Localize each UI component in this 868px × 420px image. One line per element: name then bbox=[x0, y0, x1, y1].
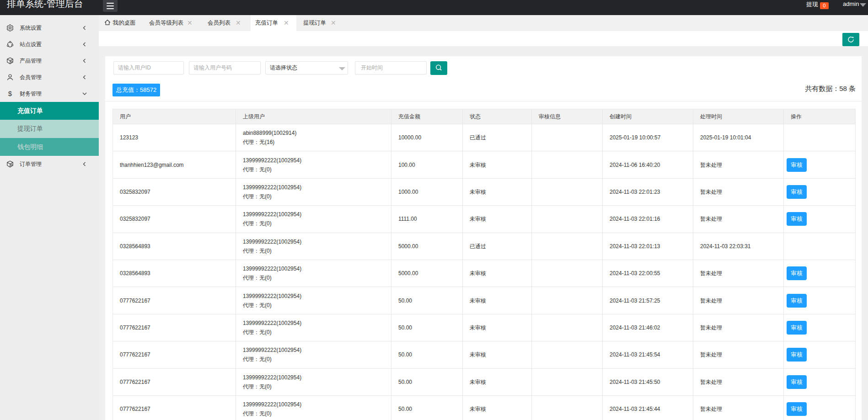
svg-text:$: $ bbox=[8, 90, 12, 97]
